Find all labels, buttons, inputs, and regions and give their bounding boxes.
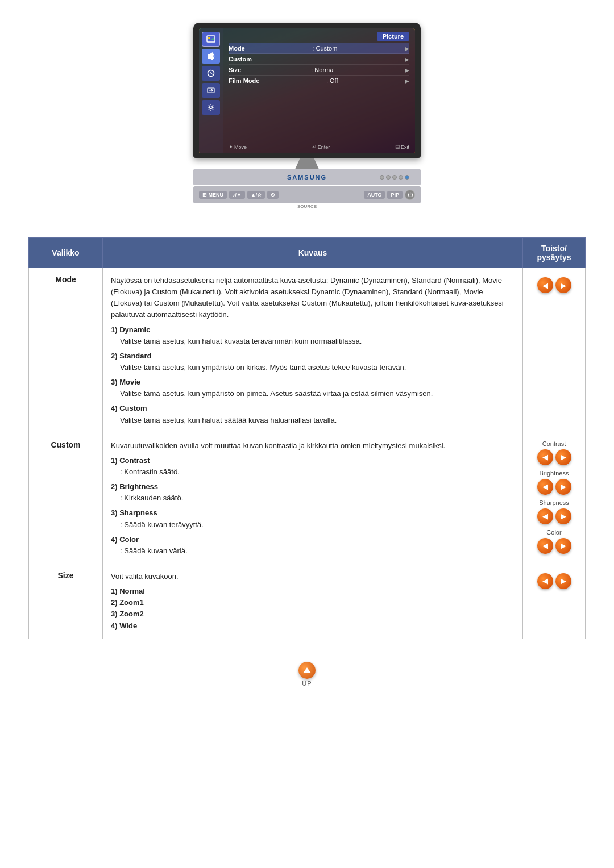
- contrast-left-icon: ◀: [542, 453, 548, 461]
- osd-row-size-arrow: ▶: [405, 67, 409, 73]
- exit-icon: ⊟: [395, 144, 400, 150]
- up-button[interactable]: UP: [298, 662, 316, 687]
- brightness-right-icon: ▶: [561, 483, 566, 490]
- osd-overlay: Picture Mode : Custom ▶ Custom ▶: [199, 28, 415, 153]
- osd-row-filmmode: Film Mode : Off ▶: [229, 76, 409, 86]
- mode-nav-left[interactable]: ◀: [537, 277, 553, 293]
- up-label: UP: [302, 680, 312, 687]
- sharpness-nav-right[interactable]: ▶: [555, 508, 571, 524]
- replay-cell-custom: Contrast ◀ ▶ Brightness ◀ ▶: [523, 433, 586, 564]
- replay-contrast-group: Contrast ◀ ▶: [537, 440, 571, 468]
- brightness-left-icon: ◀: [542, 483, 548, 490]
- osd-row-size: Size : Normal ▶: [229, 65, 409, 76]
- osd-exit-label: Exit: [401, 144, 409, 150]
- mode-nav-right[interactable]: ▶: [555, 277, 571, 293]
- osd-row-mode: Mode : Custom ▶: [229, 43, 409, 54]
- monitor-indicator-dots: [380, 175, 409, 180]
- monitor-controls: ⊞ MENU ♪/▼ ▲/☆ ⊙ AUTO PIP ⏻: [193, 186, 421, 203]
- dot-4: [399, 175, 403, 180]
- replay-cell-mode: ◀ ▶: [523, 268, 586, 433]
- table-row-custom: Custom Kuvaruutuvalikoiden avulla voit m…: [29, 433, 586, 564]
- monitor-screen-outer: Picture Mode : Custom ▶ Custom ▶: [193, 23, 421, 158]
- color-label: Color: [537, 529, 571, 536]
- size-nav-right[interactable]: ▶: [555, 573, 571, 589]
- osd-title-bar: Picture: [229, 32, 409, 41]
- size-nav-left[interactable]: ◀: [537, 573, 553, 589]
- osd-move-btn: ✦ Move: [229, 144, 247, 150]
- osd-row-size-value: : Normal: [311, 66, 335, 73]
- pip-button[interactable]: PIP: [387, 191, 403, 199]
- osd-row-mode-value: : Custom: [312, 45, 337, 52]
- color-right-icon: ▶: [561, 542, 566, 549]
- table-section: Valikko Kuvaus Toisto/pysäytys Mode Näyt…: [0, 226, 614, 656]
- custom-desc-4-text: : Säädä kuvan väriä.: [111, 545, 515, 557]
- osd-move-label: Move: [234, 144, 247, 150]
- monitor-stand-foot: SAMSUNG: [193, 169, 421, 185]
- sharpness-label: Sharpness: [537, 499, 571, 506]
- mode-desc-1-text: Valitse tämä asetus, kun haluat kuvasta …: [111, 336, 515, 347]
- contrast-nav-left[interactable]: ◀: [537, 449, 553, 465]
- table-row-mode: Mode Näytössä on tehdasasetuksena neljä …: [29, 268, 586, 433]
- osd-icon-bar: [199, 28, 223, 153]
- sound-button[interactable]: ♪/▼: [229, 191, 245, 199]
- osd-row-filmmode-value: : Off: [326, 77, 338, 84]
- osd-row-custom-arrow: ▶: [405, 56, 409, 62]
- mode-desc-3-text: Valitse tämä asetus, kun ympäristö on pi…: [111, 388, 515, 399]
- th-description: Kuvaus: [103, 238, 523, 268]
- sharpness-left-icon: ◀: [542, 512, 548, 520]
- replay-brightness-group: Brightness ◀ ▶: [537, 470, 571, 497]
- osd-icon-time: [202, 66, 220, 81]
- mode-desc-4-title: 4) Custom: [111, 403, 515, 414]
- custom-desc-3-title: 3) Sharpness: [111, 507, 515, 519]
- contrast-nav-pair: ◀ ▶: [537, 449, 571, 465]
- osd-row-filmmode-arrow: ▶: [405, 78, 409, 84]
- auto-button[interactable]: AUTO: [364, 191, 385, 199]
- osd-icon-sound: [202, 49, 220, 64]
- dot-2: [386, 175, 391, 180]
- monitor-wrapper: Picture Mode : Custom ▶ Custom ▶: [193, 23, 421, 209]
- monitor-section: Picture Mode : Custom ▶ Custom ▶: [0, 0, 614, 226]
- ctrl-group-right: AUTO PIP ⏻: [364, 190, 415, 200]
- custom-desc-3-text: : Säädä kuvan terävyyttä.: [111, 519, 515, 531]
- osd-row-custom-label: Custom: [229, 56, 252, 62]
- th-menu: Valikko: [29, 238, 103, 268]
- osd-icon-input: [202, 83, 220, 98]
- source-label: SOURCE: [193, 204, 421, 209]
- size-desc-4: 4) Wide: [111, 620, 515, 632]
- monitor-stand-neck: [290, 158, 324, 169]
- osd-icon-settings: [202, 100, 220, 115]
- mode-desc-1-title: 1) Dynamic: [111, 324, 515, 336]
- dot-5-power: [405, 175, 409, 180]
- svg-point-1: [208, 37, 210, 39]
- sharpness-nav-left[interactable]: ◀: [537, 508, 553, 524]
- move-icon: ✦: [229, 144, 233, 150]
- power-button[interactable]: ⏻: [405, 190, 415, 200]
- size-nav-pair: ◀ ▶: [531, 573, 577, 589]
- osd-row-mode-arrow: ▶: [405, 45, 409, 52]
- sharpness-right-icon: ▶: [561, 512, 566, 520]
- monitor-screen: Picture Mode : Custom ▶ Custom ▶: [199, 28, 415, 153]
- sharpness-nav-pair: ◀ ▶: [537, 508, 571, 524]
- menu-button[interactable]: ⊞ MENU: [199, 191, 227, 199]
- color-nav-left[interactable]: ◀: [537, 538, 553, 554]
- custom-desc-1-title: 1) Contrast: [111, 455, 515, 466]
- size-right-icon: ▶: [561, 577, 566, 585]
- brightness-nav-pair: ◀ ▶: [537, 479, 571, 495]
- mode-nav-pair: ◀ ▶: [531, 277, 577, 293]
- contrast-nav-right[interactable]: ▶: [555, 449, 571, 465]
- custom-desc-2-title: 2) Brightness: [111, 481, 515, 493]
- menu-cell-mode: Mode: [29, 268, 103, 433]
- osd-icon-picture: [202, 32, 220, 47]
- color-nav-right[interactable]: ▶: [555, 538, 571, 554]
- mode-desc-2-title: 2) Standard: [111, 350, 515, 362]
- osd-title: Picture: [377, 32, 409, 41]
- osd-row-filmmode-label: Film Mode: [229, 77, 259, 84]
- brightness-nav-left[interactable]: ◀: [537, 479, 553, 495]
- desc-cell-custom: Kuvaruutuvalikoiden avulla voit muuttaa …: [103, 433, 523, 564]
- th-replay: Toisto/pysäytys: [523, 238, 586, 268]
- channel-button[interactable]: ⊙: [267, 191, 279, 199]
- brightness-button[interactable]: ▲/☆: [247, 191, 265, 199]
- menu-label: MENU: [209, 192, 224, 198]
- brightness-nav-right[interactable]: ▶: [555, 479, 571, 495]
- table-row-size: Size Voit valita kuvakoon. 1) Normal 2) …: [29, 564, 586, 639]
